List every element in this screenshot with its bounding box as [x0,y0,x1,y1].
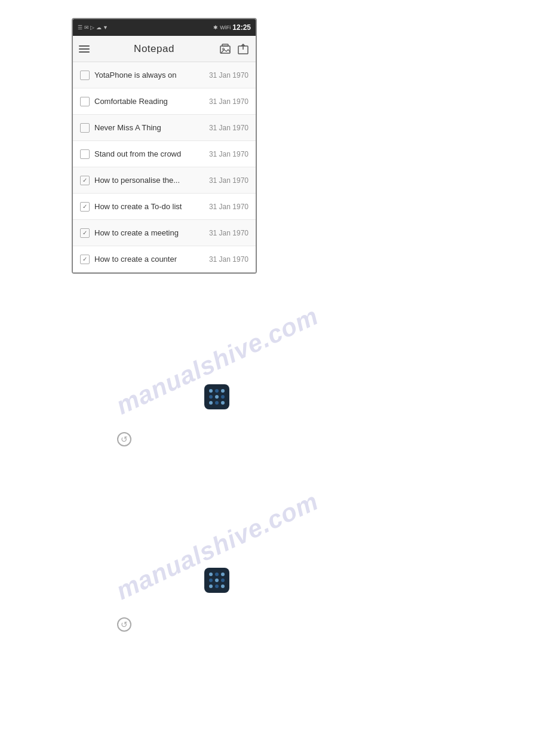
note-checkbox[interactable] [80,97,90,106]
dot [209,395,213,399]
note-title: How to create a meeting [94,228,207,237]
dot [209,573,213,576]
phone-frame: ☰ ✉ ▷ ☁ ▼ ✱ WiFi 12:25 Notepad [72,18,257,274]
notification-icons: ☰ ✉ ▷ ☁ ▼ [78,25,108,30]
menu-line3 [79,51,90,53]
dot [221,579,225,582]
dot [215,579,219,582]
note-item[interactable]: Never Miss A Thing31 Jan 1970 [73,115,256,141]
note-date: 31 Jan 1970 [209,71,248,79]
dot [209,584,213,588]
note-item[interactable]: How to create a counter31 Jan 1970 [73,246,256,273]
status-bar-time: 12:25 [232,23,251,32]
app-toolbar: Notepad [73,36,256,62]
note-date: 31 Jan 1970 [209,255,248,264]
app-launcher-1[interactable] [204,384,229,409]
note-list: YotaPhone is always on31 Jan 1970Comfort… [73,62,256,273]
note-title: Comfortable Reading [94,97,207,106]
dot [221,584,225,588]
note-item[interactable]: How to create a meeting31 Jan 1970 [73,220,256,246]
note-title: How to personalise the... [94,176,207,185]
note-title: How to create a counter [94,255,207,264]
dot [215,401,219,405]
gallery-button[interactable] [219,42,232,56]
note-date: 31 Jan 1970 [209,124,248,132]
dot [221,573,225,576]
note-checkbox[interactable] [80,228,90,238]
status-bar-right: ✱ WiFi 12:25 [213,23,251,32]
wifi-icon: WiFi [220,25,231,30]
back-button-2[interactable] [115,616,133,633]
back-arrow-1 [117,432,131,446]
dot [215,573,219,576]
dot [215,389,219,393]
dot [209,389,213,393]
status-bar: ☰ ✉ ▷ ☁ ▼ ✱ WiFi 12:25 [73,19,256,36]
dot [221,395,225,399]
note-checkbox[interactable] [80,149,90,159]
note-content: How to create a counter31 Jan 1970 [94,255,248,264]
note-content: Stand out from the crowd31 Jan 1970 [94,149,248,158]
note-checkbox[interactable] [80,176,90,185]
note-date: 31 Jan 1970 [209,203,248,211]
app-launcher-dots-1 [205,385,228,408]
note-checkbox[interactable] [80,255,90,264]
note-date: 31 Jan 1970 [209,229,248,237]
note-content: Comfortable Reading31 Jan 1970 [94,97,248,106]
dot [209,401,213,405]
app-launcher-2[interactable] [204,568,229,593]
note-item[interactable]: How to personalise the...31 Jan 1970 [73,167,256,194]
menu-line2 [79,48,90,50]
status-bar-left-icons: ☰ ✉ ▷ ☁ ▼ [78,25,108,30]
dot [215,584,219,588]
note-item[interactable]: Comfortable Reading31 Jan 1970 [73,88,256,115]
note-checkbox[interactable] [80,202,90,212]
note-title: Never Miss A Thing [94,123,207,132]
back-arrow-2 [117,617,131,632]
note-date: 31 Jan 1970 [209,97,248,106]
note-date: 31 Jan 1970 [209,150,248,158]
note-checkbox[interactable] [80,71,90,80]
note-item[interactable]: Stand out from the crowd31 Jan 1970 [73,141,256,167]
back-button-1[interactable] [115,430,133,448]
note-content: How to personalise the...31 Jan 1970 [94,176,248,185]
note-content: How to create a To-do list31 Jan 1970 [94,202,248,211]
dot [221,401,225,405]
bluetooth-icon: ✱ [213,25,218,30]
note-content: Never Miss A Thing31 Jan 1970 [94,123,248,132]
toolbar-right-icons [219,42,250,56]
app-launcher-dots-2 [205,569,228,592]
note-item[interactable]: How to create a To-do list31 Jan 1970 [73,194,256,220]
note-title: YotaPhone is always on [94,71,207,79]
note-content: How to create a meeting31 Jan 1970 [94,228,248,237]
menu-button[interactable] [79,45,90,53]
app-title: Notepad [134,43,174,55]
note-content: YotaPhone is always on31 Jan 1970 [94,71,248,79]
dot [209,579,213,582]
svg-rect-1 [222,44,228,46]
note-title: How to create a To-do list [94,202,207,211]
note-checkbox[interactable] [80,123,90,133]
dot [221,389,225,393]
note-title: Stand out from the crowd [94,149,207,158]
menu-line1 [79,45,90,47]
note-item[interactable]: YotaPhone is always on31 Jan 1970 [73,62,256,88]
share-button[interactable] [237,42,250,56]
dot [215,395,219,399]
note-date: 31 Jan 1970 [209,176,248,185]
